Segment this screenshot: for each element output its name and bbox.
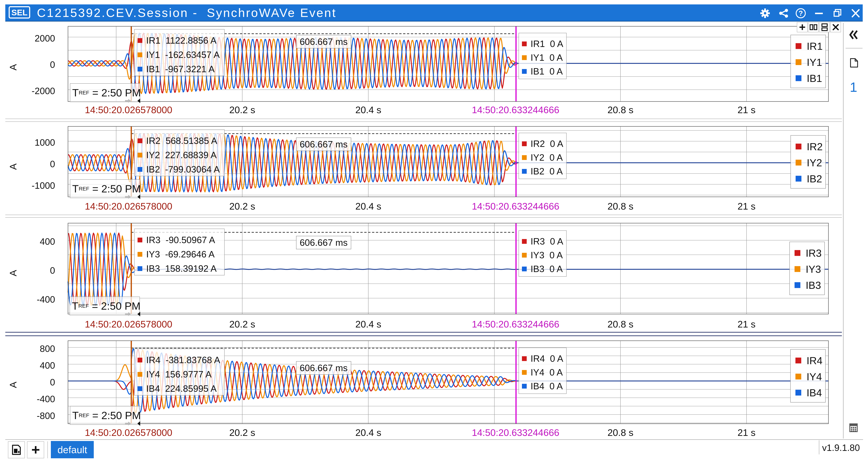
svg-text:?: ?: [799, 9, 803, 17]
